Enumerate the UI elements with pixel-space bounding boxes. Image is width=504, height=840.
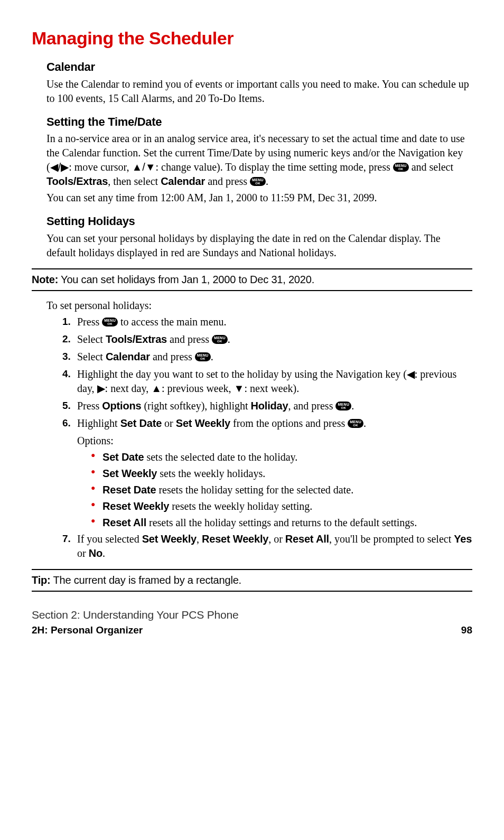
reset-weekly-label: Reset Weekly	[202, 533, 268, 545]
option-reset-date: Reset Date resets the holiday setting fo…	[91, 483, 472, 497]
options-label: Options	[102, 400, 141, 412]
text: Highlight the day you want to set to the…	[77, 368, 407, 380]
calendar-label: Calendar	[161, 175, 205, 187]
tip-box: Tip: The current day is framed by a rect…	[32, 569, 472, 592]
option-name: Reset Date	[102, 484, 156, 496]
tools-extras-label: Tools/Extras	[46, 175, 108, 187]
menu-ok-key-icon: MENUOK	[393, 163, 409, 172]
step-1: 1. Press MENUOK to access the main menu.	[62, 315, 472, 329]
text: : next week).	[244, 382, 299, 394]
text: , you'll be prompted to select	[329, 533, 454, 545]
text: .	[211, 351, 213, 362]
text: : change value). To display the time set…	[156, 161, 393, 173]
text: , or	[268, 533, 285, 545]
option-set-date: Set Date sets the selected date to the h…	[91, 450, 472, 464]
option-desc: resets the weekly holiday setting.	[169, 500, 312, 512]
text: or	[162, 417, 176, 429]
set-date-label: Set Date	[120, 417, 162, 429]
timedate-p2: You can set any time from 12:00 AM, Jan …	[46, 191, 472, 205]
calendar-heading: Calendar	[46, 59, 472, 75]
text: or	[77, 547, 89, 559]
nav-left-right-icon: ◀/▶	[50, 161, 69, 173]
holidays-body: You can set your personal holidays by di…	[46, 231, 472, 260]
page-footer: Section 2: Understanding Your PCS Phone …	[32, 608, 472, 637]
text: Select	[77, 351, 106, 362]
text: , and press	[288, 400, 335, 412]
text: to access the main menu.	[118, 316, 227, 328]
text: and press	[205, 175, 250, 187]
to-set-intro: To set personal holidays:	[46, 298, 472, 313]
text: from the options and press	[230, 417, 348, 429]
yes-label: Yes	[454, 533, 472, 545]
step-2: 2. Select Tools/Extras and press MENUOK.	[62, 332, 472, 347]
no-label: No	[89, 547, 102, 559]
menu-ok-key-icon: MENUOK	[102, 318, 118, 326]
note-text: You can set holidays from Jan 1, 2000 to…	[58, 274, 314, 285]
text: ,	[197, 533, 202, 545]
calendar-body: Use the Calendar to remind you of events…	[46, 77, 472, 106]
timedate-p1: In a no-service area or in an analog ser…	[46, 132, 472, 189]
menu-ok-key-icon: MENUOK	[195, 352, 211, 361]
text: .	[363, 417, 366, 429]
calendar-label: Calendar	[106, 351, 150, 362]
option-name: Reset Weekly	[102, 500, 169, 512]
step-3: 3. Select Calendar and press MENUOK.	[62, 350, 472, 364]
option-desc: sets the weekly holidays.	[157, 468, 265, 479]
text: and press	[167, 333, 212, 345]
option-name: Set Weekly	[102, 468, 157, 479]
page-title: Managing the Scheduler	[32, 26, 472, 51]
text: : next day,	[105, 382, 152, 394]
nav-left-icon: ◀	[407, 368, 415, 380]
text: Press	[77, 400, 102, 412]
step-6: 6. Highlight Set Date or Set Weekly from…	[62, 416, 472, 431]
reset-all-label: Reset All	[285, 533, 329, 545]
option-reset-weekly: Reset Weekly resets the weekly holiday s…	[91, 499, 472, 514]
text: Highlight	[77, 417, 120, 429]
text: : move cursor,	[69, 161, 132, 173]
nav-down-icon: ▼	[234, 382, 245, 394]
text: and press	[150, 351, 195, 362]
option-name: Reset All	[102, 517, 146, 528]
holiday-label: Holiday	[251, 400, 288, 412]
step-4: 4. Highlight the day you want to set to …	[62, 367, 472, 396]
text: Select	[77, 333, 106, 345]
menu-ok-key-icon: MENUOK	[250, 177, 266, 186]
text: .	[351, 400, 354, 412]
text: .	[228, 333, 230, 345]
text: .	[266, 175, 268, 187]
text: Press	[77, 316, 102, 328]
nav-up-icon: ▲	[151, 382, 162, 394]
text: (right softkey), highlight	[141, 400, 250, 412]
option-reset-all: Reset All resets all the holiday setting…	[91, 516, 472, 530]
tip-text: The current day is framed by a rectangle…	[51, 574, 241, 586]
options-heading: Options:	[77, 434, 472, 448]
option-desc: sets the selected date to the holiday.	[144, 451, 297, 463]
text: , then select	[108, 175, 161, 187]
menu-ok-key-icon: MENUOK	[348, 419, 363, 428]
text: If you selected	[77, 533, 142, 545]
option-set-weekly: Set Weekly sets the weekly holidays.	[91, 466, 472, 481]
set-weekly-label: Set Weekly	[176, 417, 230, 429]
holidays-heading: Setting Holidays	[46, 213, 472, 229]
note-box: Note: You can set holidays from Jan 1, 2…	[32, 268, 472, 291]
page-number: 98	[461, 623, 472, 637]
menu-ok-key-icon: MENUOK	[212, 335, 228, 344]
set-weekly-label: Set Weekly	[142, 533, 197, 545]
footer-chapter: 2H: Personal Organizer	[32, 623, 143, 637]
option-desc: resets all the holiday settings and retu…	[146, 517, 417, 528]
menu-ok-key-icon: MENUOK	[335, 402, 351, 410]
timedate-heading: Setting the Time/Date	[46, 114, 472, 130]
option-name: Set Date	[102, 451, 144, 463]
note-label: Note:	[32, 274, 58, 285]
text: : previous week,	[162, 382, 234, 394]
step-5: 5. Press Options (right softkey), highli…	[62, 399, 472, 413]
option-desc: resets the holiday setting for the selec…	[156, 484, 353, 496]
footer-section: Section 2: Understanding Your PCS Phone	[32, 608, 472, 622]
step-7: 7. If you selected Set Weekly, Reset Wee…	[62, 532, 472, 561]
tools-extras-label: Tools/Extras	[106, 333, 167, 345]
nav-right-icon: ▶	[97, 382, 105, 394]
nav-up-down-icon: ▲/▼	[132, 161, 155, 173]
tip-label: Tip:	[32, 574, 51, 586]
text: and select	[409, 161, 453, 173]
text: .	[102, 547, 105, 559]
